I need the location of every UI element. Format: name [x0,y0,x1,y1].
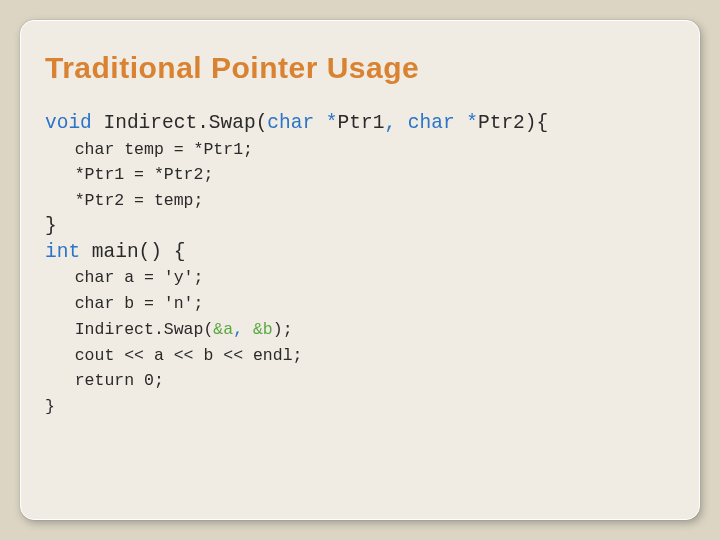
op-star: * [466,112,478,134]
txt: Indirect.Swap( [45,320,213,339]
code-line: } [45,215,57,237]
kw-void: void [45,112,92,134]
code-line: return 0; [45,371,164,390]
code-line: char a = 'y'; [45,268,203,287]
txt: Indirect.Swap( [92,112,268,134]
code-line: } [45,397,55,416]
arg: b [263,320,273,339]
txt: ){ [525,112,548,134]
op-comma: , [384,112,407,134]
slide-card: Traditional Pointer Usage void Indirect.… [20,20,700,520]
op-amp: & [253,320,263,339]
code-line: *Ptr1 = *Ptr2; [45,165,213,184]
code-block: void Indirect.Swap(char *Ptr1, char *Ptr… [45,111,675,420]
code-line: char b = 'n'; [45,294,203,313]
kw-char: char [267,112,326,134]
op-amp: & [213,320,223,339]
txt: ); [273,320,293,339]
param-name: Ptr1 [338,112,385,134]
arg: a [223,320,233,339]
code-line: char temp = *Ptr1; [45,140,253,159]
code-line: cout << a << b << endl; [45,346,302,365]
slide-title: Traditional Pointer Usage [45,51,675,85]
kw-int: int [45,241,80,263]
code-line: *Ptr2 = temp; [45,191,203,210]
op-comma: , [233,320,253,339]
op-star: * [326,112,338,134]
kw-char: char [408,112,467,134]
txt: main() { [80,241,185,263]
param-name: Ptr2 [478,112,525,134]
